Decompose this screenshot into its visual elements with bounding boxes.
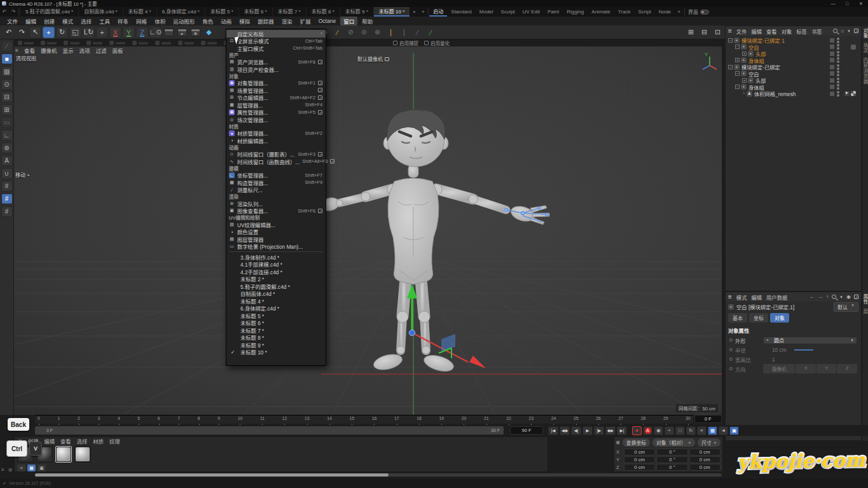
viewport-menu-显示[interactable]: 显示: [63, 46, 74, 54]
menu-document-item[interactable]: 4.2手部连接.c4d *: [226, 268, 326, 275]
snap-pen-icon[interactable]: ∕: [331, 27, 343, 38]
enable-toggle-icon[interactable]: [830, 71, 834, 76]
panel-menu-icon[interactable]: ≡: [728, 27, 732, 34]
expand-toggle-icon[interactable]: +: [742, 78, 747, 83]
menu-item[interactable]: ⊛渲染队列...: [226, 200, 326, 207]
side-tab-内容浏览器[interactable]: 内容浏览器: [862, 57, 868, 85]
camera-menu-icon[interactable]: [385, 57, 389, 61]
filter-icon[interactable]: ▼: [847, 29, 851, 33]
goto-start-button[interactable]: |◀: [548, 426, 558, 435]
quantize-checkbox-icon[interactable]: [424, 41, 429, 45]
maximize-button[interactable]: □: [840, 0, 854, 7]
document-tab[interactable]: 未标题 10 *: [373, 7, 410, 17]
up-icon[interactable]: ↑: [826, 294, 829, 300]
document-tab[interactable]: 未标题 7 *: [272, 7, 306, 17]
am-menu-模式[interactable]: 模式: [736, 293, 747, 301]
menu-item-角色[interactable]: 角色: [199, 17, 216, 25]
attribute-tab-基本[interactable]: 基本: [728, 313, 747, 323]
quantize-snap-icon[interactable]: #: [1, 206, 13, 217]
menu-item-动画[interactable]: 动画: [217, 17, 235, 25]
object-tree-row[interactable]: −+模块绑定-已绑定 1: [726, 37, 861, 44]
menu-item[interactable]: ⊡全屏显示模式Ctrl+Tab: [226, 38, 326, 45]
viewport-menu-选项[interactable]: 选项: [79, 46, 90, 54]
back-icon[interactable]: ←: [809, 294, 815, 300]
material-thumbnail[interactable]: [74, 446, 91, 463]
filter-icon[interactable]: ▼: [839, 295, 843, 299]
side-tab-对象[interactable]: 对象: [862, 28, 868, 39]
document-tab[interactable]: 未标题 4 *: [123, 7, 156, 17]
lock-z-axis-icon[interactable]: Z: [136, 27, 148, 38]
om-menu-标签[interactable]: 标签: [796, 27, 807, 35]
layout-tab[interactable]: UV Edit: [519, 7, 544, 17]
visibility-dots-icon[interactable]: [837, 51, 839, 57]
record-rotation-button[interactable]: ↻: [686, 426, 696, 435]
lock-icon[interactable]: ◉: [846, 294, 851, 300]
undo-icon[interactable]: ↶: [0, 7, 9, 17]
timeline-ruler[interactable]: 0123456789101112131415161718192021222324…: [35, 415, 693, 424]
prev-frame-button[interactable]: ◀|: [571, 426, 581, 435]
mat-menu-查看[interactable]: 查看: [60, 437, 71, 445]
search-icon[interactable]: [832, 295, 836, 299]
enable-toggle-icon[interactable]: [830, 65, 834, 69]
viewport[interactable]: ≡ 查看摄像机显示选项过滤面板 透视视图 默认摄像机 移动 + Y 网格间距：5…: [14, 46, 722, 415]
redo-icon[interactable]: ↷: [16, 27, 28, 38]
live-selection-icon[interactable]: ↖: [29, 27, 41, 38]
menu-document-item[interactable]: 3.身体制作.c4d *: [226, 253, 326, 261]
attribute-tab-对象[interactable]: 对象: [770, 313, 789, 323]
layout-tab[interactable]: Track: [614, 7, 635, 17]
menu-item-渲染[interactable]: 渲染: [279, 17, 296, 25]
texture-mode-icon[interactable]: ▨: [1, 66, 13, 77]
visibility-dots-icon[interactable]: [837, 84, 839, 90]
menu-item-扩展[interactable]: 扩展: [297, 17, 314, 25]
enable-toggle-icon[interactable]: [830, 85, 834, 89]
close-button[interactable]: ✕: [854, 0, 868, 7]
prev-key-button[interactable]: ◀◆: [560, 426, 570, 435]
expand-toggle-icon[interactable]: −: [728, 65, 733, 69]
expand-toggle-icon[interactable]: +: [742, 52, 747, 56]
coordinate-system-icon[interactable]: L↻: [83, 27, 95, 38]
segment-Y[interactable]: Y: [816, 364, 837, 373]
viewport-layout-3-icon[interactable]: ⊡: [712, 27, 724, 38]
menu-item-模拟[interactable]: 模拟: [236, 17, 253, 25]
measure-line-icon[interactable]: ∕: [411, 27, 424, 38]
layout-tab[interactable]: Rigging: [563, 7, 588, 17]
search-icon[interactable]: [833, 29, 837, 33]
om-menu-文件[interactable]: 文件: [736, 27, 747, 35]
side-tab-场次[interactable]: 场次: [862, 43, 868, 53]
menu-item-Octane[interactable]: Octane: [315, 17, 339, 25]
om-menu-查看[interactable]: 查看: [766, 27, 777, 35]
snap-off-icon[interactable]: #: [1, 181, 13, 192]
visibility-dots-icon[interactable]: [837, 64, 839, 70]
guide-pen-a-icon[interactable]: ❘: [385, 27, 397, 38]
menu-item[interactable]: ▨UV纹理编辑器...: [226, 221, 326, 228]
menu-item[interactable]: ◇时间线窗口（摄影表）...Shift+F3↗: [226, 151, 326, 158]
auto-switch-mode-icon[interactable]: A: [1, 155, 13, 166]
knife-tool-icon[interactable]: ∕: [425, 27, 437, 38]
edges-mode-icon[interactable]: ⊟: [1, 92, 13, 102]
object-tree-row[interactable]: ++头部: [726, 77, 861, 84]
menu-item-编辑[interactable]: 编辑: [22, 17, 39, 25]
add-tab-button[interactable]: +: [418, 7, 427, 17]
menu-item[interactable]: ▤场景管理器...↗: [226, 87, 326, 94]
tweak-mode-icon[interactable]: ∕: [1, 41, 13, 52]
expand-toggle-icon[interactable]: −: [728, 38, 733, 43]
viewport-menu-摄像机[interactable]: 摄像机: [41, 46, 57, 54]
menu-item-样条[interactable]: 样条: [114, 17, 132, 25]
menu-item[interactable]: ▤图层管理器: [226, 235, 326, 243]
scale-tool-icon[interactable]: ◱: [69, 27, 81, 38]
menu-item-运动图形[interactable]: 运动图形: [170, 17, 198, 25]
add-layout-button[interactable]: +: [675, 7, 684, 17]
menu-document-item[interactable]: ✓未标题 10 *: [226, 349, 326, 356]
menu-item[interactable]: ▣属性管理器...Shift+F5↗: [226, 109, 326, 116]
visibility-dots-icon[interactable]: [837, 71, 839, 76]
workplane-icon[interactable]: ∟⊙: [149, 27, 162, 38]
side-tab-属性[interactable]: 属性: [862, 294, 868, 305]
value-slider[interactable]: [794, 349, 813, 351]
timeline-range-slider[interactable]: 0 F 30 F: [35, 426, 504, 435]
points-mode-icon[interactable]: ⊙: [1, 79, 13, 90]
keying-settings-button[interactable]: ▣: [729, 426, 739, 435]
layout-tab[interactable]: Model: [476, 7, 497, 17]
menu-document-item[interactable]: 未标题 5 *: [226, 312, 326, 319]
transform-button[interactable]: 变换坐标: [623, 438, 650, 447]
workplane-mode-icon[interactable]: ▭: [1, 117, 13, 128]
